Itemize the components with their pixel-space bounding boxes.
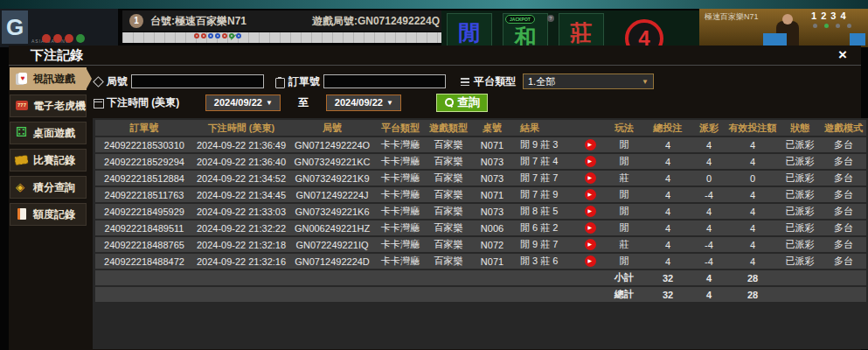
sidebar-item-diamond[interactable]: 積分查詢	[10, 176, 87, 199]
cell-game-mode: 多台	[821, 137, 866, 152]
cell-platform: 卡卡灣廳	[375, 137, 426, 152]
replay-button[interactable]: ▶	[585, 139, 596, 150]
cell-payout: -4	[691, 237, 726, 252]
cell-game-type: 百家樂	[426, 254, 471, 269]
cell-platform: 卡卡灣廳	[375, 220, 426, 235]
cell-payout: 4	[691, 154, 726, 169]
status-dot	[76, 34, 85, 43]
replay-button[interactable]: ▶	[585, 172, 596, 184]
cell-table-no: N071	[471, 137, 513, 152]
date-to-picker[interactable]: 2024/09/22 ▼	[326, 94, 401, 111]
sidebar-item-ticket[interactable]: 比賽記錄	[10, 149, 87, 172]
table-number-2[interactable]: 2	[821, 10, 826, 21]
column-header: 遊戲模式	[821, 120, 866, 136]
table-number-4[interactable]: 4	[840, 10, 845, 21]
date-from-picker[interactable]: 2024/09/22 ▼	[205, 94, 281, 111]
total-label: 總計	[604, 287, 644, 302]
cell-table-no: N071	[471, 254, 513, 269]
total-payout-sum: 4	[691, 287, 726, 302]
records-table: 訂單號下注時間 (美東)局號平台類型遊戲類型桌號結果玩法總投注派彩有效投注額狀態…	[95, 118, 866, 304]
sidebar-item-table-games[interactable]: 桌面遊戲	[10, 122, 87, 144]
column-header: 玩法	[604, 120, 644, 136]
cell-valid-bet: 4	[726, 237, 779, 252]
replay-button[interactable]: ▶	[585, 222, 596, 234]
bet-time-label: 下注時間 (美東)	[107, 95, 179, 110]
cell-total-bet: 4	[644, 204, 691, 219]
sidebar-item-label: 桌面遊戲	[33, 126, 75, 141]
column-header: 遊戲類型	[426, 120, 471, 136]
roadmap-strip	[122, 32, 441, 43]
replay-button[interactable]: ▶	[585, 239, 596, 250]
replay-button[interactable]: ▶	[585, 256, 596, 267]
cell-round-no: GN073249221K6	[289, 204, 375, 219]
status-dot	[42, 34, 51, 43]
cell-total-bet: 4	[644, 187, 691, 202]
cell-bet-time: 2024-09-22 21:32:16	[193, 254, 289, 269]
order-input[interactable]	[323, 74, 446, 88]
total-bet-sum: 32	[644, 287, 691, 302]
cell-status: 已派彩	[779, 171, 821, 186]
chevron-down-icon: ▼	[642, 78, 649, 86]
cell-order-no: 240922218512884	[95, 171, 193, 186]
cell-status: 已派彩	[779, 254, 821, 269]
sidebar-item-cards[interactable]: 視訊遊戲	[10, 67, 87, 90]
table-number-1[interactable]: 1	[811, 10, 816, 21]
replay-button[interactable]: ▶	[585, 156, 596, 167]
status-dot	[65, 34, 73, 43]
sidebar-item-slot-machine[interactable]: 電子老虎機	[10, 94, 87, 117]
cell-round-no: GN0712492224O	[289, 137, 375, 152]
cell-valid-bet: 4	[726, 137, 779, 152]
table-row: 240922218529294 2024-09-22 21:36:40 GN07…	[95, 154, 866, 169]
roadmap-dot	[229, 33, 234, 38]
bet-records-dialog: 下注記錄 × 視訊遊戲 電子老虎機 桌面遊戲 比賽記錄 積分查詢 額度記錄	[9, 46, 861, 350]
replay-button[interactable]: ▶	[585, 206, 596, 217]
cell-status: 已派彩	[779, 237, 821, 252]
close-icon[interactable]: ×	[835, 46, 851, 64]
document-icon	[15, 207, 29, 221]
total-label: 小計	[604, 270, 644, 285]
video-feed-panel: 極速百家樂N71 1234	[699, 9, 868, 47]
help-icon[interactable]: ?	[547, 15, 554, 22]
round-input[interactable]	[131, 74, 264, 88]
table-body: 240922218530310 2024-09-22 21:36:49 GN07…	[95, 137, 866, 302]
total-payout-sum: 4	[691, 270, 726, 285]
cell-status: 已派彩	[779, 220, 821, 235]
platform-select[interactable]: 1.全部 ▼	[523, 74, 654, 89]
sidebar-item-label: 積分查詢	[33, 180, 75, 195]
cell-order-no: 240922218511763	[95, 187, 193, 202]
search-button-label: 查詢	[457, 94, 480, 110]
video-card-shape	[763, 33, 787, 46]
cell-play-method: 莊	[604, 171, 644, 186]
platform-select-value: 1.全部	[528, 75, 555, 88]
play-icon: ▶	[588, 241, 593, 248]
replay-button[interactable]: ▶	[585, 189, 596, 200]
table-number-3[interactable]: 3	[830, 10, 836, 21]
cell-play-method: 莊	[604, 237, 644, 252]
table-number-dots	[813, 24, 851, 28]
cell-platform: 卡卡灣廳	[375, 204, 426, 219]
table-row: 240922218495929 2024-09-22 21:33:03 GN07…	[95, 204, 866, 219]
bet-tile[interactable]: 閒	[447, 13, 492, 46]
cell-result: 閒 8 莊 5	[513, 204, 576, 219]
column-header: 總投注	[644, 120, 691, 136]
play-icon: ▶	[588, 207, 593, 215]
table-number-buttons: 1234	[811, 10, 846, 21]
date-to-label: 至	[298, 95, 309, 110]
roadmap-dot	[215, 33, 220, 38]
cell-round-no: GN073249221K9	[289, 171, 375, 186]
game-info-bar: 1 台號:極速百家樂N71 遊戲局號:GN0712492224Q	[122, 10, 441, 32]
search-button[interactable]: 查詢	[436, 94, 488, 112]
table-row: 240922218530310 2024-09-22 21:36:49 GN07…	[95, 137, 866, 152]
bet-tile-label: 和	[515, 25, 537, 46]
cell-total-bet: 4	[644, 154, 691, 169]
sidebar-item-document[interactable]: 額度記錄	[10, 203, 87, 226]
column-header: 結果	[513, 120, 576, 136]
bet-tile[interactable]: 莊	[559, 13, 604, 46]
tag-icon	[93, 76, 103, 87]
table-header-row: 訂單號下注時間 (美東)局號平台類型遊戲類型桌號結果玩法總投注派彩有效投注額狀態…	[95, 120, 866, 136]
cell-bet-time: 2024-09-22 21:36:49	[193, 137, 289, 152]
play-icon: ▶	[588, 158, 593, 165]
sidebar: 視訊遊戲 電子老虎機 桌面遊戲 比賽記錄 積分查詢 額度記錄	[9, 66, 87, 349]
bet-tile[interactable]: JACKPOT ? 和	[503, 13, 548, 46]
play-icon: ▶	[588, 224, 593, 232]
